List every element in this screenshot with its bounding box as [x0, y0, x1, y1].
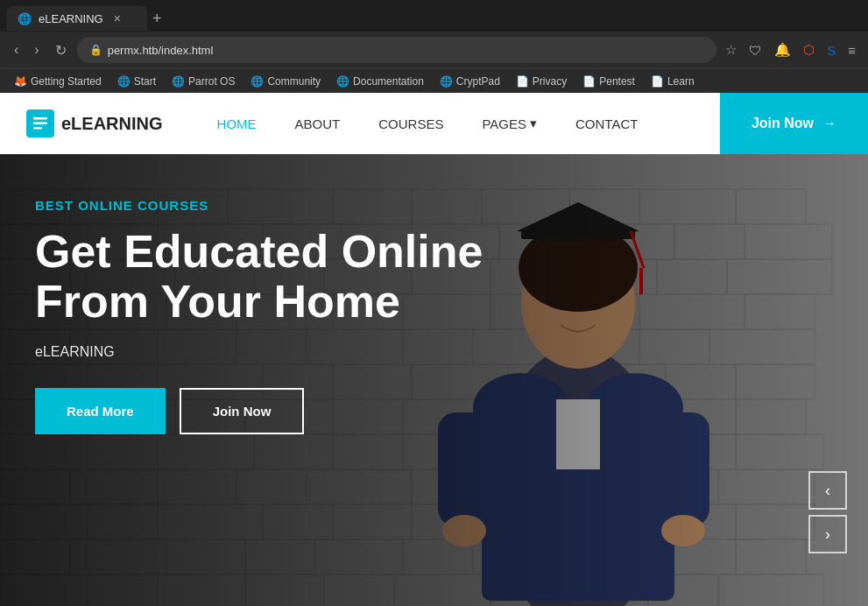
bookmark-privacy[interactable]: 📄 Privacy: [509, 74, 574, 89]
read-more-button[interactable]: Read More: [35, 388, 166, 434]
hero-brand: eLEARNING: [35, 344, 508, 360]
hero-join-now-button[interactable]: Join Now: [180, 388, 305, 434]
bookmark-label: Community: [267, 75, 321, 88]
pages-label: PAGES: [482, 116, 526, 131]
active-tab[interactable]: 🌐 eLEARNING ×: [7, 6, 147, 31]
hero-content: BEST ONLINE COURSES Get Educated Online …: [0, 154, 543, 478]
join-now-label: Join Now: [752, 116, 814, 131]
globe-icon: 🌐: [172, 75, 185, 88]
bookmark-cryptpad[interactable]: 🌐 CryptPad: [433, 74, 507, 89]
globe-icon: 🌐: [117, 75, 131, 88]
menu-icon[interactable]: ≡: [844, 39, 859, 61]
bookmark-label: Privacy: [533, 75, 567, 88]
hero-section: BEST ONLINE COURSES Get Educated Online …: [0, 154, 868, 606]
nav-right-icons: ☆ 🛡 🔔 ⬡ S ≡: [722, 39, 859, 61]
forward-button[interactable]: ›: [29, 39, 44, 61]
hero-subtitle: BEST ONLINE COURSES: [35, 198, 508, 213]
globe-icon: 🌐: [336, 75, 349, 88]
site-navbar: eLEARNING HOME ABOUT COURSES PAGES ▾ CON…: [0, 93, 868, 154]
tab-close-button[interactable]: ×: [114, 11, 121, 25]
firefox-icon: 🦊: [14, 75, 27, 88]
bookmark-parrot-os[interactable]: 🌐 Parrot OS: [165, 74, 242, 89]
hero-title: Get Educated Online From Your Home: [35, 227, 508, 327]
join-now-button[interactable]: Join Now →: [720, 93, 868, 154]
bookmark-pentest[interactable]: 📄 Pentest: [575, 74, 642, 89]
chevron-down-icon: ▾: [530, 116, 537, 131]
hero-title-line2: From Your Home: [35, 276, 400, 327]
bookmark-start[interactable]: 🌐 Start: [110, 74, 163, 89]
bookmark-documentation[interactable]: 🌐 Documentation: [329, 74, 431, 89]
bookmark-getting-started[interactable]: 🦊 Getting Started: [7, 74, 109, 89]
nav-bar: ‹ › ↻ 🔒 permx.htb/index.html ☆ 🛡 🔔 ⬡ S ≡: [0, 32, 868, 68]
url-text: permx.htb/index.html: [108, 44, 214, 57]
site-nav-links: HOME ABOUT COURSES PAGES ▾ CONTACT: [198, 93, 720, 154]
account-icon[interactable]: ⬡: [800, 39, 818, 61]
tab-title: eLEARNING: [39, 12, 103, 25]
folder-icon: 📄: [582, 75, 596, 88]
nav-link-courses[interactable]: COURSES: [359, 93, 462, 154]
bookmark-label: CryptPad: [456, 75, 500, 88]
website-content: eLEARNING HOME ABOUT COURSES PAGES ▾ CON…: [0, 93, 868, 606]
sync-icon[interactable]: S: [823, 39, 839, 61]
folder-icon: 📄: [651, 75, 664, 88]
pages-label-wrapper: PAGES ▾: [482, 116, 537, 131]
site-logo[interactable]: eLEARNING: [26, 109, 163, 137]
svg-rect-2: [33, 127, 42, 130]
logo-icon: [26, 109, 54, 137]
bookmarks-bar: 🦊 Getting Started 🌐 Start 🌐 Parrot OS 🌐 …: [0, 68, 868, 93]
refresh-button[interactable]: ↻: [50, 39, 72, 62]
tab-favicon: 🌐: [18, 12, 32, 25]
nav-link-pages[interactable]: PAGES ▾: [462, 93, 556, 154]
bookmark-star-icon[interactable]: ☆: [722, 39, 740, 61]
logo-text: eLEARNING: [61, 114, 163, 134]
slider-next-button[interactable]: ›: [808, 515, 847, 553]
pocket-icon[interactable]: 🛡: [745, 39, 766, 61]
hero-title-line1: Get Educated Online: [35, 226, 483, 277]
bookmark-label: Documentation: [353, 75, 424, 88]
new-tab-button[interactable]: +: [152, 10, 162, 28]
nav-link-about[interactable]: ABOUT: [276, 93, 360, 154]
hero-buttons: Read More Join Now: [35, 388, 508, 434]
notifications-icon[interactable]: 🔔: [771, 39, 794, 61]
bookmark-label: Pentest: [599, 75, 635, 88]
address-bar[interactable]: 🔒 permx.htb/index.html: [77, 37, 717, 63]
arrow-right-icon: →: [822, 116, 836, 131]
globe-icon: 🌐: [440, 75, 453, 88]
back-button[interactable]: ‹: [9, 39, 24, 61]
globe-icon: 🌐: [251, 75, 264, 88]
slider-prev-button[interactable]: ‹: [808, 471, 847, 510]
nav-link-contact[interactable]: CONTACT: [556, 93, 657, 154]
bookmark-label: Parrot OS: [188, 75, 235, 88]
bookmark-label: Start: [134, 75, 156, 88]
tab-bar: 🌐 eLEARNING × +: [0, 0, 868, 32]
nav-link-home[interactable]: HOME: [198, 93, 276, 154]
folder-icon: 📄: [516, 75, 529, 88]
svg-rect-1: [33, 123, 47, 125]
bookmark-community[interactable]: 🌐 Community: [243, 74, 328, 89]
security-icon: 🔒: [89, 44, 102, 56]
bookmark-label: Learn: [667, 75, 695, 88]
svg-rect-0: [33, 117, 47, 120]
browser-chrome: 🌐 eLEARNING × + ‹ › ↻ 🔒 permx.htb/index.…: [0, 0, 868, 93]
bookmark-label: Getting Started: [31, 75, 102, 88]
bookmark-learn[interactable]: 📄 Learn: [644, 74, 702, 89]
